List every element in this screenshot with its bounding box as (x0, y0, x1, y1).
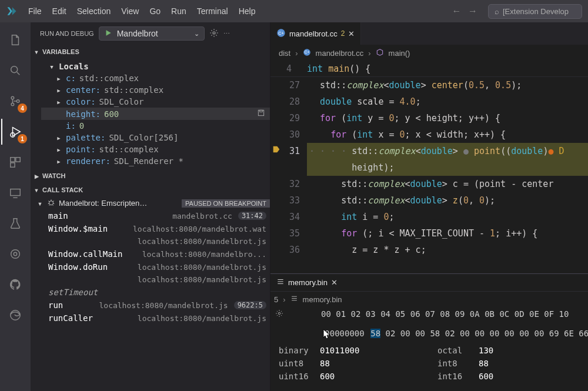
sidebar-title: RUN AND DEBUG (40, 30, 94, 37)
insp-int16-val: 600 (479, 372, 549, 381)
chevron-down-icon[interactable]: ⌄ (194, 30, 199, 38)
menu-file[interactable]: File (28, 6, 42, 16)
menu-edit[interactable]: Edit (52, 6, 66, 16)
activity-search[interactable] (1, 58, 29, 83)
menu-view[interactable]: View (121, 6, 139, 16)
menu-help[interactable]: Help (239, 6, 256, 16)
activity-edge[interactable] (1, 302, 29, 328)
variable-row[interactable]: point: std::complex (41, 143, 270, 155)
symbol-icon (376, 48, 384, 58)
svg-rect-13 (258, 110, 263, 115)
svg-point-3 (16, 100, 19, 103)
menu-terminal[interactable]: Terminal (197, 6, 228, 16)
insp-uint16-val: 600 (320, 372, 437, 381)
activity-remote[interactable] (1, 180, 29, 206)
menu-bar: File Edit Selection View Go Run Terminal… (28, 6, 255, 16)
insp-binary-val: 01011000 (320, 346, 437, 355)
svg-rect-5 (11, 158, 15, 162)
menu-selection[interactable]: Selection (77, 6, 111, 16)
nav-back-icon[interactable]: ← (452, 6, 461, 16)
svg-point-20 (278, 312, 280, 315)
close-memory-icon[interactable]: ✕ (331, 278, 338, 287)
start-debug-icon[interactable] (104, 29, 112, 38)
mouse-cursor-icon (322, 328, 332, 342)
code-editor[interactable]: 27282930313233343536 std::complex<double… (270, 77, 588, 273)
svg-point-12 (213, 32, 215, 34)
variable-row[interactable]: renderer: SDL_Renderer * (41, 155, 270, 167)
callstack-frame[interactable]: Window.callMainlocalhost:8080/mandelbro.… (31, 248, 270, 260)
insp-int8-val: 88 (479, 359, 549, 368)
bug-icon (47, 198, 55, 208)
callstack-frame[interactable]: Window.doRunlocalhost:8080/mandelbrot.js (31, 260, 270, 273)
vscode-logo-icon (6, 5, 18, 17)
variable-row[interactable]: center: std::complex (41, 84, 270, 96)
menu-go[interactable]: Go (149, 6, 161, 16)
debug-config-select[interactable]: Mandelbrot ⌄ (99, 26, 205, 41)
bars-icon (290, 295, 298, 304)
cpp-file-icon: C+ (276, 28, 286, 39)
svg-point-15 (49, 201, 54, 205)
chevron-right-icon: › (368, 49, 370, 58)
gutter: 27282930313233343536 (270, 77, 307, 273)
data-inspector: binary 01011000 octal 130 uint8 88 int8 … (270, 342, 588, 385)
nav-arrows: ← → (449, 6, 480, 16)
section-watch[interactable]: WATCH (31, 169, 270, 183)
insp-octal-val: 130 (479, 346, 549, 355)
activity-references[interactable] (1, 241, 29, 267)
memory-crumb-num: 5 (274, 295, 278, 304)
variable-row[interactable]: i: 0 (41, 120, 270, 132)
memory-panel: memory.bin ✕ 5 › memory.bin 00 01 02 03 … (270, 273, 588, 391)
callstack-frame[interactable]: Window.$mainlocalhost:8080/mandelbrot.wa… (31, 222, 270, 235)
tab-mandelbrot[interactable]: C+ mandelbrot.cc 2 ✕ (270, 22, 361, 45)
breadcrumb[interactable]: dist › C+ mandelbrot.cc › main() (270, 45, 588, 61)
svg-rect-8 (11, 189, 21, 196)
editor-group: C+ mandelbrot.cc 2 ✕ dist › C+ mandelbro… (270, 22, 588, 391)
nav-fwd-icon[interactable]: → (468, 6, 477, 16)
gutter-line: 4 (270, 61, 307, 76)
variable-row[interactable]: height: 600 (41, 108, 270, 120)
chevron-right-icon: › (295, 49, 298, 58)
svg-rect-6 (16, 158, 20, 162)
callstack-frame[interactable]: localhost:8080/mandelbrot.js (31, 235, 270, 248)
search-placeholder: [Extension Develop (503, 7, 569, 16)
activity-testing[interactable] (1, 210, 29, 236)
activity-scm[interactable]: 4 (1, 88, 29, 114)
gear-icon[interactable] (209, 28, 219, 39)
debug-badge: 1 (18, 134, 27, 143)
search-icon: ⌕ (495, 7, 499, 16)
section-variables[interactable]: VARIABLES (31, 45, 270, 59)
callstack-frame[interactable]: mainmandelbrot.cc31:42 (31, 209, 270, 222)
callstack-frame[interactable]: setTimeout (31, 286, 270, 299)
svg-rect-7 (11, 163, 15, 167)
activity-bar: 4 1 (0, 22, 31, 391)
memory-tab-title[interactable]: memory.bin (288, 278, 328, 287)
variable-row[interactable]: c: std::complex (41, 72, 270, 84)
variable-row[interactable]: color: SDL_Color (41, 96, 270, 108)
callstack-frame[interactable]: localhost:8080/mandelbrot.js (31, 273, 270, 286)
callstack-frame[interactable]: runlocalhost:8080/mandelbrot.js9622:5 (31, 299, 270, 312)
more-icon[interactable]: ⋯ (223, 30, 230, 38)
svg-rect-14 (260, 110, 263, 112)
locals-group[interactable]: Locals (41, 61, 270, 72)
menu-run[interactable]: Run (171, 6, 186, 16)
activity-explorer[interactable] (1, 27, 29, 53)
variable-row[interactable]: palette: SDL_Color[256] (41, 132, 270, 143)
hex-selected-byte[interactable]: 58 (370, 329, 380, 338)
callstack-frame[interactable]: runCallerlocalhost:8080/mandelbrot.js (31, 312, 270, 325)
hex-editor[interactable]: 00 01 02 03 04 05 06 07 08 09 0A 0B 0C 0… (270, 307, 588, 391)
svg-point-2 (11, 103, 14, 106)
callstack-thread[interactable]: Mandelbrot: Emscripten… PAUSED ON BREAKP… (31, 197, 270, 209)
section-callstack[interactable]: CALL STACK (31, 183, 270, 197)
hex-column-header: 00 01 02 03 04 05 06 07 08 09 0A 0B 0C 0… (321, 309, 569, 319)
activity-github[interactable] (1, 272, 29, 298)
command-center[interactable]: ⌕ [Extension Develop (488, 4, 582, 19)
svg-text:C+: C+ (304, 50, 309, 54)
activity-debug[interactable]: 1 (1, 119, 29, 145)
scm-badge: 4 (18, 103, 27, 113)
svg-point-1 (11, 96, 14, 99)
save-icon[interactable] (257, 109, 265, 119)
svg-text:C+: C+ (278, 30, 284, 35)
activity-extensions[interactable] (1, 149, 29, 175)
close-tab-icon[interactable]: ✕ (348, 29, 355, 38)
gear-icon[interactable] (275, 309, 321, 319)
